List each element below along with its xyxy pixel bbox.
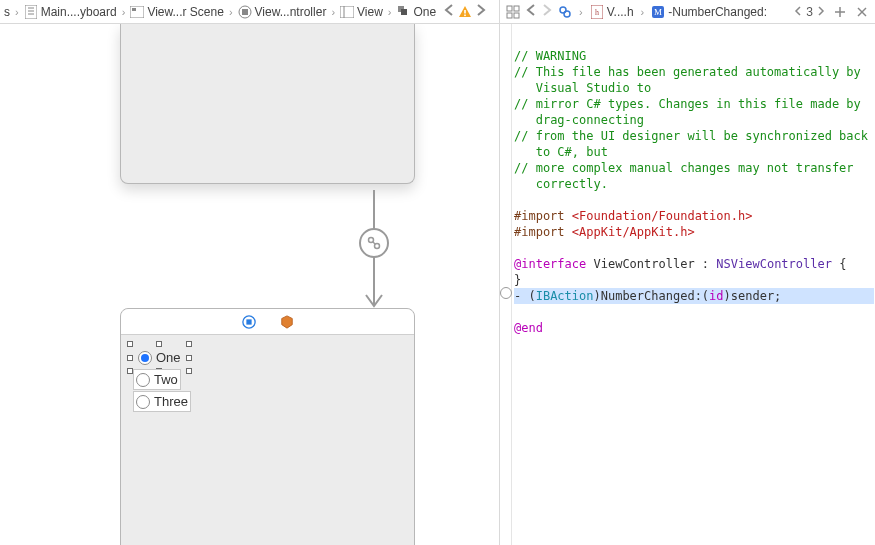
chevron-right-icon: › (121, 6, 127, 18)
radio-label: Three (154, 394, 188, 409)
code-comment: // mirror C# types. Changes in this file… (514, 97, 861, 111)
svg-rect-7 (242, 9, 248, 15)
code-comment: correctly. (536, 177, 608, 191)
code-comment: // more complex manual changes may not t… (514, 161, 854, 175)
breadcrumb-item-view[interactable]: View (340, 5, 383, 19)
radio-group: One Two Three (133, 347, 191, 412)
code-ibaction: IBAction (536, 289, 594, 303)
jump-bar-right: › h V....h › M -NumberChanged: 3 (500, 0, 875, 23)
window-preview-bottom[interactable]: One Two Three (120, 308, 415, 545)
svg-point-28 (369, 238, 374, 243)
nav-forward-icon[interactable] (542, 4, 552, 19)
connection-gutter (500, 24, 512, 545)
breadcrumb-label: Main....yboard (41, 5, 117, 19)
chevron-right-icon: › (330, 6, 336, 18)
breadcrumb-label: View...ntroller (255, 5, 327, 19)
svg-text:M: M (654, 7, 662, 17)
code-brace: } (514, 273, 521, 287)
segue-icon[interactable] (359, 228, 389, 258)
code-highlighted-line: - (IBAction)NumberChanged:(id)sender; (514, 288, 874, 304)
breadcrumb-item-one[interactable]: One (397, 5, 437, 19)
add-assistant-icon[interactable] (833, 5, 847, 19)
svg-rect-17 (514, 13, 519, 18)
chevron-right-icon: › (387, 6, 393, 18)
breadcrumb-item-method[interactable]: M -NumberChanged: (651, 5, 767, 19)
breadcrumb-item-viewcontroller[interactable]: View...ntroller (238, 5, 327, 19)
radio-button-two[interactable]: Two (133, 369, 181, 390)
code-comment (514, 145, 536, 159)
breadcrumb-label: -NumberChanged: (668, 5, 767, 19)
counter-value: 3 (806, 5, 813, 19)
warning-icon[interactable] (458, 5, 472, 19)
code-import: <AppKit/AppKit.h> (572, 225, 695, 239)
svg-rect-14 (507, 6, 512, 11)
nav-back-icon[interactable] (444, 4, 454, 19)
radio-indicator-off-icon (136, 395, 150, 409)
jump-bar: s › Main....yboard › View...r Scene › (0, 0, 875, 24)
code-directive: #import (514, 209, 565, 223)
jump-bar-left: s › Main....yboard › View...r Scene › (0, 0, 500, 23)
breadcrumb-item-file[interactable]: h V....h (590, 5, 634, 19)
svg-rect-11 (401, 9, 407, 15)
controller-icon (238, 5, 252, 19)
radio-indicator-on-icon (138, 351, 152, 365)
code-text: )sender; (724, 289, 782, 303)
code-comment (514, 177, 536, 191)
viewcontroller-dock-icon[interactable] (242, 315, 256, 329)
code-sep: : (695, 257, 717, 271)
first-responder-dock-icon[interactable] (280, 315, 294, 329)
nav-back-icon[interactable] (526, 4, 536, 19)
svg-point-19 (564, 11, 570, 17)
breadcrumb-item-storyboard[interactable]: Main....yboard (24, 5, 117, 19)
code-classname: ViewController (593, 257, 694, 271)
scene-icon (130, 5, 144, 19)
code-keyword: id (709, 289, 723, 303)
code-comment: // from the UI designer will be synchron… (514, 129, 868, 143)
interface-builder-canvas[interactable]: One Two Three (0, 24, 500, 545)
source-editor[interactable]: // WARNING // This file has been generat… (512, 24, 874, 545)
code-comment (514, 113, 536, 127)
connection-socket-icon[interactable] (500, 287, 512, 299)
code-keyword: @interface (514, 257, 586, 271)
breadcrumb-item-scene[interactable]: View...r Scene (130, 5, 224, 19)
svg-rect-8 (340, 6, 354, 18)
radio-button-three[interactable]: Three (133, 391, 191, 412)
breadcrumb-label: View...r Scene (147, 5, 224, 19)
breadcrumb-item-trunc[interactable]: s (4, 5, 10, 19)
nav-forward-icon[interactable] (476, 4, 486, 19)
related-files-icon[interactable] (506, 5, 520, 19)
breadcrumb-label: View (357, 5, 383, 19)
code-text: - ( (514, 289, 536, 303)
code-comment: // WARNING (514, 49, 586, 63)
method-icon: M (651, 5, 665, 19)
scene-dock (121, 309, 414, 335)
chevron-right-icon: › (640, 6, 646, 18)
code-directive: #import (514, 225, 565, 239)
svg-rect-12 (464, 10, 466, 14)
chevron-right-icon: › (14, 6, 20, 18)
counter-prev-icon[interactable] (794, 5, 802, 19)
link-icon[interactable] (558, 5, 572, 19)
window-preview-top[interactable] (120, 24, 415, 184)
svg-point-29 (375, 244, 380, 249)
svg-rect-13 (464, 14, 466, 16)
stack-icon (397, 5, 411, 19)
code-text: )NumberChanged:( (593, 289, 709, 303)
svg-rect-32 (246, 319, 251, 324)
svg-rect-15 (514, 6, 519, 11)
view-icon (340, 5, 354, 19)
radio-indicator-off-icon (136, 373, 150, 387)
code-import: <Foundation/Foundation.h> (572, 209, 753, 223)
svg-text:h: h (595, 8, 599, 17)
code-keyword: @end (514, 321, 543, 335)
radio-label: Two (154, 372, 178, 387)
code-comment: drag-connecting (536, 113, 644, 127)
close-assistant-icon[interactable] (855, 5, 869, 19)
header-file-icon: h (590, 5, 604, 19)
counter-next-icon[interactable] (817, 5, 825, 19)
assistant-editor: // WARNING // This file has been generat… (500, 24, 875, 545)
svg-line-30 (373, 242, 375, 244)
code-comment: to C#, but (536, 145, 608, 159)
code-comment: Visual Studio to (536, 81, 652, 95)
radio-button-one[interactable]: One (133, 347, 186, 368)
